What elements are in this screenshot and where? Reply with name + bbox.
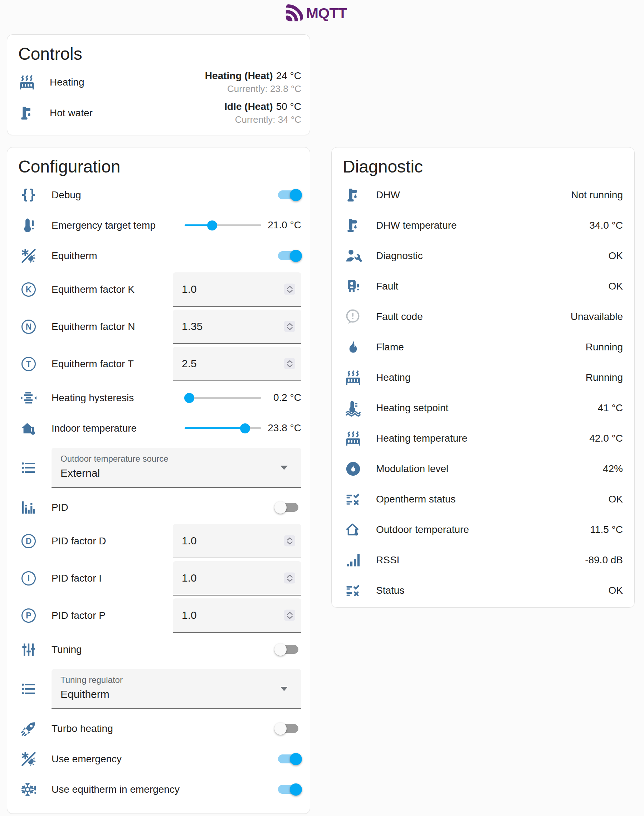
step-up-icon[interactable] [286,574,293,578]
toggle-thumb[interactable] [274,502,287,514]
diagnostic-row-dhw: DHWNot running [332,179,634,210]
step-up-icon[interactable] [286,285,293,289]
slider-track[interactable] [185,397,261,399]
toggle-thumb[interactable] [290,753,302,765]
step-up-icon[interactable] [286,537,293,541]
toggle-thumb[interactable] [274,722,287,735]
slider-knob[interactable] [207,221,217,230]
stepper-equitherm-factor-n[interactable] [284,321,295,332]
toggle-use-emergency[interactable] [278,755,298,763]
select-outdoor-temperature-source[interactable]: Outdoor temperature sourceExternal [52,448,301,488]
toggle-thumb[interactable] [290,784,302,796]
toggle-tuning[interactable] [278,645,298,654]
slider-heating-hysteresis[interactable] [185,393,261,403]
stepper-equitherm-factor-t[interactable] [284,358,295,369]
toggle-thumb[interactable] [290,189,302,201]
dropdown-arrow-icon [281,466,288,470]
number-input-equitherm-factor-t[interactable]: 2.5 [173,347,301,381]
header: MQTT [0,3,644,22]
diagnostic-row-modulation-level: Modulation level42% [332,454,634,484]
stepper-equitherm-factor-k[interactable] [284,284,295,295]
water-pump-icon [18,104,35,122]
step-down-icon[interactable] [286,615,293,620]
row-label: Equitherm [52,250,97,262]
thermometer-water-icon [345,399,362,417]
sun-snowflake-icon [20,247,37,264]
number-value: 1.0 [173,283,197,295]
climate-state-heating[interactable]: Heating (Heat)24 °CCurrently: 23.8 °C [205,70,301,95]
row-label: Emergency target temp [52,220,156,231]
stepper-pid-factor-p[interactable] [284,610,295,621]
rocket-icon [20,720,37,737]
configuration-card: Configuration DebugEmergency target temp… [7,147,310,814]
diagnostic-value: 41 °C [598,402,623,414]
alpha-d-circle-icon: D [20,532,37,550]
step-down-icon[interactable] [286,578,293,582]
toggle-thumb[interactable] [290,250,302,262]
step-down-icon[interactable] [286,541,293,545]
diagnostic-row-fault: FaultOK [332,271,634,301]
toggle-use-equitherm-in-emergency[interactable] [278,785,298,794]
row-label: DHW [376,189,400,201]
list-icon [20,680,37,698]
diagnostic-row-outdoor-temperature: Outdoor temperature11.5 °C [332,514,634,545]
number-input-pid-factor-d[interactable]: 1.0 [173,524,301,558]
stepper-pid-factor-d[interactable] [284,535,295,546]
diagnostic-row-diagnostic: DiagnosticOK [332,241,634,271]
slider-knob[interactable] [240,423,250,433]
slider-emergency-target-temp[interactable] [185,221,261,230]
number-input-pid-factor-p[interactable]: 1.0 [173,598,301,633]
slider-knob[interactable] [184,393,194,403]
home-thermometer-outline-icon [345,521,362,538]
radiator-icon [345,430,362,447]
config-row-pid: PID [7,492,310,523]
controls-card: Controls HeatingHeating (Heat)24 °CCurre… [7,34,310,135]
toggle-turbo-heating[interactable] [278,724,298,733]
thermometer-alert-icon [20,217,37,234]
config-row-debug: Debug [7,179,310,210]
step-up-icon[interactable] [286,611,293,615]
list-status-icon [345,491,362,508]
diagnostic-row-heating-setpoint: Heating setpoint41 °C [332,393,634,423]
row-label: PID factor I [52,573,101,584]
step-down-icon[interactable] [286,327,293,331]
number-input-equitherm-factor-k[interactable]: 1.0 [173,272,301,307]
toggle-debug[interactable] [278,190,298,199]
state-current-temp: Currently: 23.8 °C [205,83,301,95]
row-label: Hot water [50,107,93,119]
stepper-pid-factor-i[interactable] [284,573,295,584]
diagnostic-value: 42.0 °C [589,433,623,444]
control-row-hot-water: Hot waterIdle (Heat)50 °CCurrently: 34 °… [7,98,310,129]
number-input-equitherm-factor-n[interactable]: 1.35 [173,310,301,344]
toggle-thumb[interactable] [274,644,287,656]
diagnostic-row-opentherm-status: Opentherm statusOK [332,484,634,514]
step-down-icon[interactable] [286,289,293,293]
slider-fill [185,427,245,429]
alpha-i-circle-icon: I [20,570,37,587]
config-row-pid-factor-i: IPID factor I1.0 [7,560,310,597]
number-input-pid-factor-i[interactable]: 1.0 [173,561,301,595]
snowflake-alert-icon [20,781,37,798]
diagnostic-row-dhw-temperature: DHW temperature34.0 °C [332,210,634,241]
config-row-equitherm-factor-k: KEquitherm factor K1.0 [7,271,310,308]
toggle-equitherm[interactable] [278,251,298,260]
step-down-icon[interactable] [286,364,293,368]
fire-circle-icon [345,460,362,477]
row-label: Equitherm factor K [52,284,135,295]
slider-indoor-temperature[interactable] [185,423,261,433]
dropdown-arrow-icon [281,687,288,691]
diagnostic-value: OK [609,494,623,505]
diagnostic-card-title: Diagnostic [332,147,634,179]
step-up-icon[interactable] [286,359,293,364]
climate-state-hot-water[interactable]: Idle (Heat)50 °CCurrently: 34 °C [224,101,301,125]
toggle-pid[interactable] [278,503,298,512]
row-label: Heating hysteresis [52,392,134,404]
hysteresis-icon [20,390,37,406]
diagnostic-value: OK [609,250,623,262]
select-tuning-regulator[interactable]: Tuning regulatorEquitherm [52,669,301,709]
code-braces-icon [20,186,37,204]
step-up-icon[interactable] [286,322,293,327]
config-row-indoor-temperature: Indoor temperature23.8 °C [7,413,310,443]
row-label: PID factor P [52,610,106,621]
config-row-use-emergency: Use emergency [7,744,310,774]
